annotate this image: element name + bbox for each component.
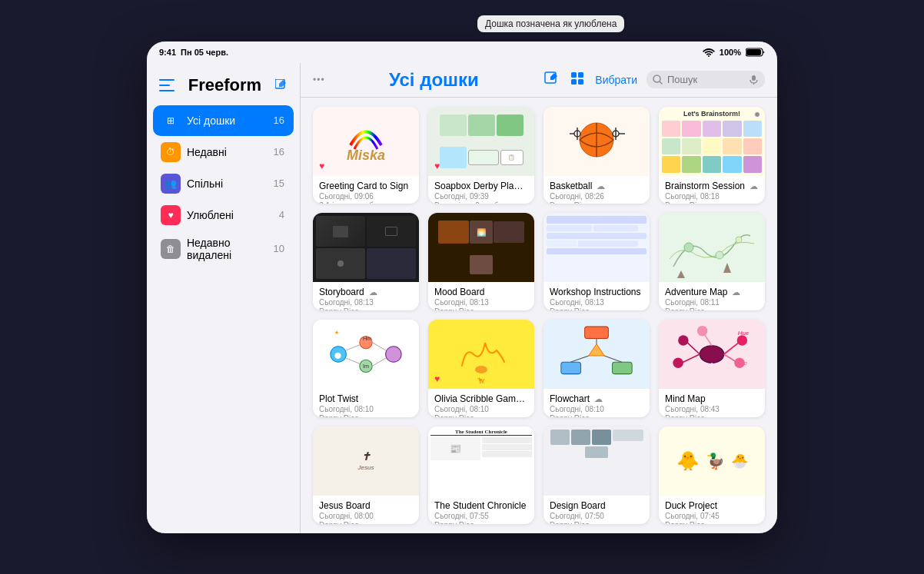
board-author: Danny Rico	[665, 201, 759, 204]
board-card[interactable]: Storyboard ☁Сьогодні, 08:13Danny Rico	[313, 213, 419, 310]
dots-menu[interactable]: •••	[313, 75, 325, 85]
board-date: Сьогодні, 07:55	[434, 512, 528, 520]
board-name: Adventure Map ☁	[665, 287, 759, 297]
fav-heart-icon: ♥	[434, 373, 440, 384]
mic-icon[interactable]	[749, 75, 759, 85]
sidebar-label-deleted: Недавно видалені	[187, 237, 274, 261]
board-author: Danny Rico	[319, 414, 413, 417]
board-card[interactable]: ✝ Jesus Jesus BoardСьогодні, 08:00Danny …	[313, 426, 419, 524]
board-author: Danny Rico	[665, 521, 759, 524]
board-date: Сьогодні, 08:26	[550, 192, 643, 201]
board-date: Сьогодні, 08:13	[434, 298, 528, 307]
board-info: Greeting Card to SignСьогодні, 09:06З 1 …	[313, 176, 419, 204]
battery: 100%	[720, 48, 741, 57]
compose-icon[interactable]	[275, 79, 288, 91]
svg-marker-41	[589, 344, 605, 356]
board-author: Danny Rico	[319, 521, 413, 524]
sidebar-item-shared[interactable]: 👥 Спільні 15	[153, 168, 294, 199]
board-card[interactable]: Workshop InstructionsСьогодні, 08:13Dann…	[543, 213, 650, 310]
board-thumbnail: ✝ Jesus	[313, 426, 419, 496]
board-name: Jesus Board	[319, 500, 413, 511]
sidebar-header: Freeform	[147, 72, 300, 105]
board-author: Danny Rico	[434, 521, 528, 524]
sidebar-item-all[interactable]: ⊞ Усі дошки 16	[153, 105, 294, 136]
sidebar-item-fav[interactable]: ♥ Улюблені 4	[153, 200, 294, 231]
status-bar: 9:41 Пн 05 черв. 100%	[147, 41, 777, 63]
sidebar-count-deleted: 10	[274, 243, 284, 254]
board-card[interactable]: The Student Chronicle 📰 The Student Chro…	[428, 426, 534, 524]
svg-point-23	[684, 243, 693, 252]
svg-text:Im: Im	[363, 363, 369, 370]
search-input[interactable]	[667, 74, 744, 85]
board-date: Сьогодні, 09:06	[319, 192, 413, 201]
board-info: Adventure Map ☁Сьогодні, 08:11Danny Rico	[659, 282, 765, 310]
board-thumbnail: 🌅	[428, 213, 534, 282]
board-card[interactable]: Basketball ☁Сьогодні, 08:26Danny Rico	[543, 107, 650, 204]
board-name: Mind Map	[665, 393, 759, 404]
board-author: Danny Rico	[434, 414, 528, 417]
sidebar-icon-deleted: 🗑	[161, 239, 181, 259]
sidebar-item-recent[interactable]: ⏱ Недавні 16	[153, 137, 294, 168]
board-date: Сьогодні, 08:10	[319, 405, 413, 413]
sidebar-toggle-icon[interactable]	[159, 79, 174, 91]
svg-point-25	[736, 237, 742, 243]
board-name: Mood Board	[434, 287, 528, 297]
section-title: Усі дошки	[389, 69, 479, 91]
board-info: Mind MapСьогодні, 08:43Danny Rico	[659, 389, 765, 417]
svg-rect-43	[613, 362, 633, 373]
board-date: Сьогодні, 08:13	[319, 298, 413, 307]
board-card[interactable]: Flowchart ☁Сьогодні, 08:10Danny Rico	[543, 320, 650, 417]
svg-rect-5	[159, 90, 174, 91]
svg-line-49	[682, 354, 700, 363]
sidebar-item-deleted[interactable]: 🗑 Недавно видалені 10	[153, 231, 294, 267]
board-card[interactable]: Adventure Map ☁Сьогодні, 08:11Danny Rico	[659, 213, 765, 310]
board-author: Danny Rico	[665, 307, 759, 310]
svg-line-46	[604, 356, 622, 362]
board-date: Сьогодні, 08:10	[550, 405, 643, 413]
search-bar[interactable]	[646, 71, 765, 88]
ipad-frame: 9:41 Пн 05 черв. 100%	[147, 41, 777, 533]
select-button[interactable]: Вибрати	[595, 74, 637, 86]
board-card[interactable]: Hue Blue Mind MapСьогодні, 08:43Danny Ri…	[659, 320, 765, 417]
board-name: Plot Twist	[319, 393, 413, 404]
board-thumbnail	[543, 320, 650, 389]
content-area: ••• Усі дошки	[301, 63, 777, 533]
board-card[interactable]: 🌅 Mood BoardСьогодні, 08:13Danny Rico	[428, 213, 534, 310]
board-author: Danny Rico	[434, 307, 528, 310]
board-date: Сьогодні, 08:00	[319, 512, 413, 520]
cloud-icon: ☁	[592, 394, 603, 403]
board-card[interactable]: Design BoardСьогодні, 07:50Danny Rico	[543, 426, 650, 524]
sidebar-count-all: 16	[274, 114, 284, 126]
svg-rect-40	[585, 327, 609, 338]
svg-point-39	[475, 366, 487, 373]
board-thumbnail: 🐥 🦆 🐣	[659, 426, 765, 496]
board-card[interactable]: 🐥 🦆 🐣 Duck ProjectСьогодні, 07:45Danny R…	[659, 426, 765, 524]
board-thumbnail	[543, 213, 650, 282]
board-card[interactable]: Let's Brainstorm! Brainstorm Session ☁Сь…	[659, 107, 765, 204]
board-author: Danny Rico	[550, 521, 643, 524]
svg-rect-8	[571, 72, 577, 78]
grid-view-button[interactable]	[569, 70, 586, 90]
compose-header-button[interactable]	[543, 70, 560, 90]
board-thumbnail	[313, 213, 419, 282]
svg-point-47	[700, 346, 724, 363]
sidebar-count-fav: 4	[279, 209, 284, 221]
svg-line-35	[372, 358, 385, 366]
board-date: Сьогодні, 08:18	[665, 192, 759, 201]
cloud-icon: ☁	[730, 287, 740, 297]
board-info: Flowchart ☁Сьогодні, 08:10Danny Rico	[543, 389, 650, 417]
svg-line-45	[570, 356, 589, 362]
board-author: Danny і ще 3 особи	[434, 201, 528, 204]
board-card[interactable]: 🦮 ♥Olivia Scribble Game ☁Сьогодні, 08:10…	[428, 320, 534, 417]
board-info: Soapbox Derby Planni...Сьогодні, 09:39Da…	[428, 176, 534, 204]
board-date: Сьогодні, 08:13	[550, 298, 643, 307]
wifi-icon	[703, 48, 715, 57]
board-card[interactable]: 📋 ♥Soapbox Derby Planni...Сьогодні, 09:3…	[428, 107, 534, 204]
shared-dot-icon	[754, 111, 760, 118]
board-author: Danny Rico	[550, 414, 643, 417]
board-thumbnail	[543, 107, 650, 176]
svg-line-33	[346, 358, 359, 363]
board-card[interactable]: ● ⬤ Hm Im ★ Plot TwistСьогодні, 08:	[313, 320, 419, 417]
svg-point-30	[386, 347, 402, 363]
board-card[interactable]: Miska ♥Greeting Card to SignСьогодні, 09…	[313, 107, 419, 204]
